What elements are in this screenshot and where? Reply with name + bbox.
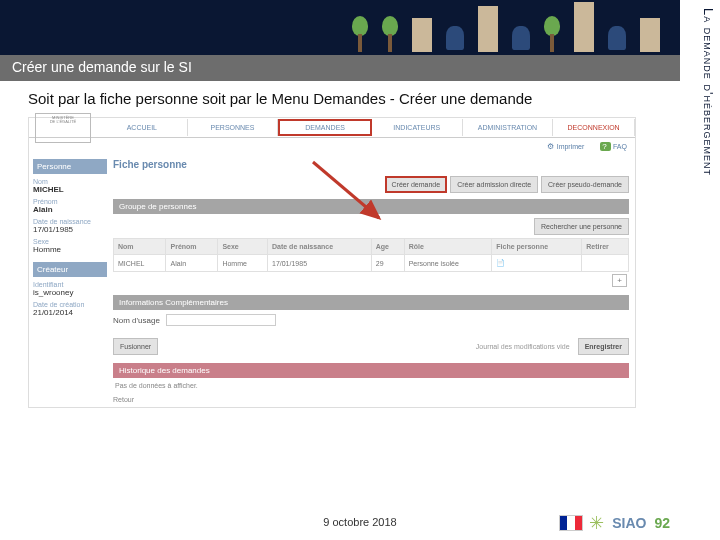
info-comp-bar: Informations Complémentaires (113, 295, 629, 310)
no-data-text: Pas de données à afficher. (113, 378, 629, 393)
nav-accueil[interactable]: ACCUEIL (97, 119, 188, 136)
footer-logo: ✳ SIAO 92 (559, 512, 670, 534)
th-age: Age (371, 239, 404, 255)
siao-dept: 92 (654, 515, 670, 531)
th-dob: Date de naissance (268, 239, 372, 255)
lbl-ident: Identifiant (33, 281, 107, 288)
fiche-title: Fiche personne (113, 157, 629, 176)
sidebar-personne-head: Personne (33, 159, 107, 174)
th-fiche: Fiche personne (492, 239, 582, 255)
creer-pseudo-button[interactable]: Créer pseudo-demande (541, 176, 629, 193)
enregistrer-button[interactable]: Enregistrer (578, 338, 629, 355)
nom-usage-label: Nom d'usage (113, 316, 160, 325)
nav-indicateurs[interactable]: INDICATEURS (372, 119, 463, 136)
footer-date: 9 octobre 2018 (323, 516, 396, 528)
historique-bar: Historique des demandes (113, 363, 629, 378)
vertical-section-title: La demande d'hébergement (701, 8, 716, 176)
th-sexe: Sexe (218, 239, 268, 255)
cell-age: 29 (371, 255, 404, 272)
creer-admission-button[interactable]: Créer admission directe (450, 176, 538, 193)
cell-prenom: Alain (166, 255, 218, 272)
faq-link[interactable]: FAQ (600, 142, 627, 151)
cell-role: Personne isolée (404, 255, 492, 272)
left-sidebar: Personne Nom MICHEL Prénom Alain Date de… (29, 155, 111, 407)
print-link[interactable]: Imprimer (547, 142, 584, 151)
main-panel: Fiche personne Créer demande Créer admis… (111, 155, 635, 407)
creer-demande-button[interactable]: Créer demande (385, 176, 448, 193)
val-nom: MICHEL (33, 185, 107, 194)
val-crea: 21/01/2014 (33, 308, 107, 317)
cell-nom: MICHEL (114, 255, 166, 272)
slide-title: Créer une demande sur le SI (0, 55, 680, 81)
right-margin: La demande d'hébergement (680, 0, 720, 540)
nav-personnes[interactable]: PERSONNES (188, 119, 279, 136)
cell-dob: 17/01/1985 (268, 255, 372, 272)
val-dob: 17/01/1985 (33, 225, 107, 234)
sidebar-createur-head: Créateur (33, 262, 107, 277)
groupe-section-bar: Groupe de personnes (113, 199, 629, 214)
french-flag-icon (559, 515, 583, 531)
lbl-prenom: Prénom (33, 198, 107, 205)
th-prenom: Prénom (166, 239, 218, 255)
nav-demandes[interactable]: DEMANDES (278, 119, 372, 136)
siao-text: SIAO (612, 515, 646, 531)
add-row-button[interactable]: + (612, 274, 627, 287)
lbl-dob: Date de naissance (33, 218, 107, 225)
print-faq-toolbar: Imprimer FAQ (29, 138, 635, 155)
cell-fiche-icon[interactable]: 📄 (492, 255, 582, 272)
th-retirer: Retirer (582, 239, 629, 255)
nom-usage-input[interactable] (166, 314, 276, 326)
th-nom: Nom (114, 239, 166, 255)
nav-deconnexion[interactable]: DECONNEXION (553, 119, 635, 136)
lbl-nom: Nom (33, 178, 107, 185)
persons-table: Nom Prénom Sexe Date de naissance Age Rô… (113, 238, 629, 272)
lbl-crea: Date de création (33, 301, 107, 308)
th-role: Rôle (404, 239, 492, 255)
journal-text: Journal des modifications vide (476, 343, 570, 350)
table-row[interactable]: MICHEL Alain Homme 17/01/1985 29 Personn… (114, 255, 629, 272)
retour-link[interactable]: Retour (113, 396, 629, 403)
val-ident: is_wrooney (33, 288, 107, 297)
decorative-skyline (352, 4, 660, 52)
app-screenshot: MINISTÈREDE L'ÉGALITÉ ACCUEIL PERSONNES … (28, 117, 636, 408)
lbl-sexe: Sexe (33, 238, 107, 245)
ministry-logo: MINISTÈREDE L'ÉGALITÉ (35, 113, 91, 143)
main-nav: ACCUEIL PERSONNES DEMANDES INDICATEURS A… (97, 119, 635, 136)
cell-retirer-icon[interactable] (582, 255, 629, 272)
rechercher-button[interactable]: Rechercher une personne (534, 218, 629, 235)
fusionner-button[interactable]: Fusionner (113, 338, 158, 355)
cell-sexe: Homme (218, 255, 268, 272)
siao-star-icon: ✳ (589, 512, 604, 534)
val-sexe: Homme (33, 245, 107, 254)
intro-text: Soit par la fiche personne soit par le M… (28, 90, 672, 107)
nav-administration[interactable]: ADMINISTRATION (463, 119, 554, 136)
app-header: MINISTÈREDE L'ÉGALITÉ ACCUEIL PERSONNES … (29, 118, 635, 138)
val-prenom: Alain (33, 205, 107, 214)
